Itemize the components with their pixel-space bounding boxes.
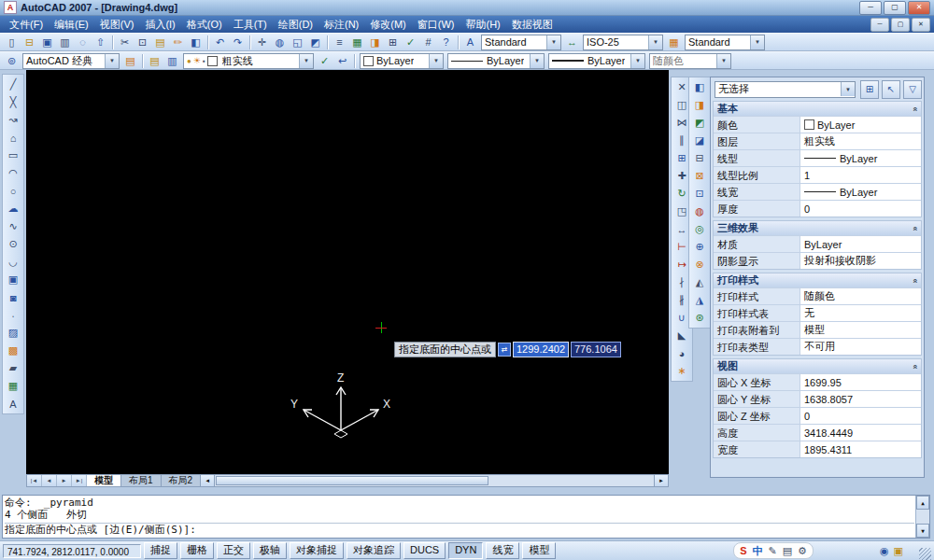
- fillet-button[interactable]: ◕: [672, 344, 691, 362]
- ellipse-arc-button[interactable]: ◡: [4, 253, 22, 271]
- property-value[interactable]: 1895.4311: [800, 441, 921, 457]
- construction-line-button[interactable]: ╳: [4, 93, 22, 111]
- menu-help[interactable]: 帮助(H): [460, 17, 506, 33]
- property-value[interactable]: 无: [800, 305, 921, 321]
- polygon-button[interactable]: ⌂: [4, 129, 22, 147]
- property-value[interactable]: ByLayer: [800, 236, 921, 252]
- right-toolbar2-button[interactable]: ◩: [690, 114, 709, 132]
- right-toolbar2-button[interactable]: ◧: [690, 78, 709, 96]
- right-toolbar2-button[interactable]: ⊟: [690, 149, 709, 167]
- select-objects-button[interactable]: ↖: [882, 80, 900, 99]
- right-toolbar2-button[interactable]: ◍: [690, 203, 709, 220]
- command-prompt[interactable]: 指定底面的中心点或 [边(E)/侧面(S)]:: [5, 524, 914, 536]
- arc-button[interactable]: ◠: [4, 164, 22, 182]
- doc-minimize-button[interactable]: ─: [870, 18, 889, 32]
- quickcalc-button[interactable]: #: [419, 34, 437, 50]
- lock-toolbars-icon[interactable]: ▣: [894, 545, 903, 557]
- menu-view[interactable]: 视图(V): [94, 17, 140, 33]
- ortho-toggle[interactable]: 正交: [217, 542, 250, 559]
- right-toolbar2-button[interactable]: ⊠: [690, 167, 709, 185]
- new-file-button[interactable]: ▯: [3, 34, 21, 50]
- tab-layout2[interactable]: 布局2: [162, 475, 202, 486]
- plot-button[interactable]: ▥: [56, 34, 74, 50]
- chevron-down-icon[interactable]: ▼: [530, 54, 544, 68]
- zoom-window-button[interactable]: ◱: [289, 34, 306, 50]
- chevron-down-icon[interactable]: ▼: [105, 54, 119, 68]
- property-value[interactable]: 粗实线: [800, 133, 921, 149]
- menu-dimension[interactable]: 标注(N): [318, 17, 364, 33]
- tab-last-button[interactable]: ►|: [72, 475, 87, 486]
- linetype-combo[interactable]: ByLayer▼: [447, 53, 545, 69]
- rectangle-button[interactable]: ▭: [4, 147, 22, 164]
- chevron-down-icon[interactable]: ▼: [716, 54, 730, 68]
- property-value[interactable]: 1638.8057: [800, 391, 921, 407]
- close-button[interactable]: ✕: [908, 1, 930, 15]
- property-value[interactable]: 模型: [800, 322, 921, 338]
- revision-cloud-button[interactable]: ☁: [4, 200, 22, 217]
- tab-prev-button[interactable]: ◄: [42, 475, 57, 486]
- menu-modify[interactable]: 修改(M): [364, 17, 412, 33]
- scroll-up-icon[interactable]: ▲: [916, 496, 929, 510]
- minimize-button[interactable]: ─: [859, 1, 882, 15]
- point-button[interactable]: ∙: [4, 306, 22, 324]
- menu-dataview[interactable]: 数据视图: [506, 17, 559, 33]
- right-toolbar2-button[interactable]: ◎: [690, 220, 709, 238]
- gradient-button[interactable]: ▩: [4, 342, 22, 359]
- right-toolbar2-button[interactable]: ◨: [690, 96, 709, 114]
- line-button[interactable]: ╱: [4, 76, 22, 93]
- workspace-combo[interactable]: AutoCAD 经典▼: [22, 53, 120, 69]
- make-block-button[interactable]: ◙: [4, 288, 22, 306]
- ime-settings-wrench-icon[interactable]: ⚙: [798, 545, 807, 557]
- dim-style-combo[interactable]: ISO-25▼: [583, 35, 663, 50]
- paste-button[interactable]: ▤: [151, 34, 169, 50]
- grid-toggle[interactable]: 栅格: [180, 542, 214, 559]
- zoom-realtime-button[interactable]: ◍: [271, 34, 289, 50]
- menu-insert[interactable]: 插入(I): [139, 17, 180, 33]
- coordinate-readout[interactable]: 741.7924, 2812.0117, 0.0000: [3, 544, 141, 558]
- designcenter-button[interactable]: ▦: [348, 34, 366, 50]
- property-value[interactable]: 0: [800, 201, 921, 217]
- undo-button[interactable]: ↶: [211, 34, 229, 50]
- right-toolbar2-button[interactable]: ⊛: [690, 309, 709, 327]
- region-button[interactable]: ▰: [4, 359, 22, 377]
- right-toolbar2-button[interactable]: ◮: [690, 291, 709, 309]
- scroll-down-icon[interactable]: ▼: [916, 524, 929, 538]
- plot-preview-button[interactable]: ◌: [74, 34, 92, 50]
- handwriting-pen-icon[interactable]: ✎: [768, 545, 776, 557]
- maximize-button[interactable]: ▢: [884, 1, 906, 15]
- text-style-combo[interactable]: Standard▼: [481, 35, 561, 50]
- dyn-toggle[interactable]: DYN: [448, 542, 483, 559]
- sogou-logo-icon[interactable]: S: [740, 545, 746, 556]
- dynamic-input-x-field[interactable]: 1299.2402: [513, 342, 569, 357]
- redo-button[interactable]: ↷: [229, 34, 247, 50]
- properties-button[interactable]: ≡: [331, 34, 348, 50]
- collapse-chevron-icon[interactable]: «: [910, 278, 919, 283]
- ellipse-button[interactable]: ⊙: [4, 235, 22, 253]
- right-toolbar2-button[interactable]: ◪: [690, 132, 709, 149]
- plot-style-combo[interactable]: 随颜色▼: [649, 53, 731, 69]
- property-value[interactable]: 随颜色: [800, 288, 921, 304]
- tab-model[interactable]: 模型: [87, 475, 121, 486]
- workspace-button[interactable]: ⊚: [3, 52, 21, 69]
- multiline-text-button[interactable]: A: [4, 395, 22, 413]
- spline-button[interactable]: ∿: [4, 217, 22, 235]
- circle-button[interactable]: ○: [4, 182, 22, 200]
- match-properties-button[interactable]: ✏: [169, 34, 187, 50]
- publish-button[interactable]: ⇧: [92, 34, 109, 50]
- right-toolbar2-button[interactable]: ⊗: [690, 256, 709, 273]
- insert-block-button[interactable]: ▣: [4, 271, 22, 288]
- help-button[interactable]: ?: [437, 34, 455, 50]
- doc-restore-button[interactable]: ▢: [891, 18, 910, 32]
- collapse-chevron-icon[interactable]: «: [910, 106, 919, 111]
- table-button[interactable]: ▦: [4, 377, 22, 395]
- tool-palettes-button[interactable]: ◨: [366, 34, 384, 50]
- sheet-set-manager-button[interactable]: ⊞: [384, 34, 402, 50]
- menu-format[interactable]: 格式(O): [181, 17, 228, 33]
- zoom-previous-button[interactable]: ◩: [306, 34, 324, 50]
- menu-edit[interactable]: 编辑(E): [49, 17, 94, 33]
- table-style-button[interactable]: ▦: [665, 34, 683, 50]
- chevron-down-icon[interactable]: ▼: [299, 54, 313, 68]
- scroll-right-icon[interactable]: ►: [654, 475, 668, 486]
- toggle-pickadd-button[interactable]: ⊞: [860, 80, 879, 99]
- model-space-toggle[interactable]: 模型: [522, 542, 556, 559]
